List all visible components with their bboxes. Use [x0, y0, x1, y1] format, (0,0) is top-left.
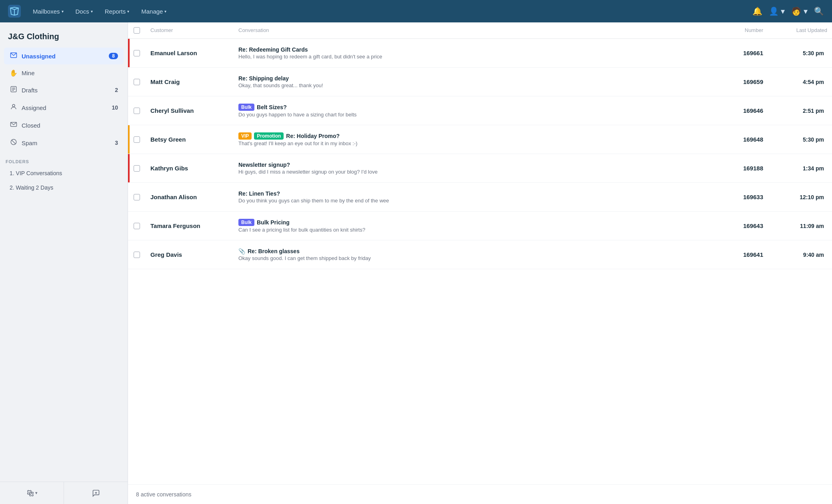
conversation-time: 2:51 pm: [768, 108, 832, 114]
conversation-number: 169188: [720, 165, 768, 172]
person-icon: [10, 103, 18, 112]
row-checkbox[interactable]: [134, 165, 140, 172]
conversation-preview: Do you guys happen to have a sizing char…: [238, 112, 446, 118]
customer-name: Matt Craig: [146, 78, 234, 85]
sidebar-item-label: Drafts: [22, 87, 38, 94]
row-checkbox[interactable]: [134, 194, 140, 200]
sidebar-bottom: ▾: [0, 482, 128, 504]
priority-flag-red: [128, 39, 130, 67]
conversation-preview: Can I see a pricing list for bulk quanti…: [238, 227, 446, 233]
new-conversation-btn[interactable]: [64, 482, 128, 504]
conversation-time: 9:40 am: [768, 252, 832, 258]
priority-flag-red: [128, 154, 130, 182]
folder-waiting-2-days[interactable]: 2. Waiting 2 Days: [4, 181, 124, 194]
conversation-time: 1:34 pm: [768, 165, 832, 172]
select-all-checkbox[interactable]: [134, 27, 140, 34]
sidebar-item-spam[interactable]: Spam 3: [4, 134, 124, 151]
conversation-subject: Re: Redeeming Gift Cards: [238, 46, 715, 53]
table-row[interactable]: Betsy Green VIP Promotion Re: Holiday Pr…: [128, 125, 832, 154]
conversation-cell: Re: Redeeming Gift Cards Hello, I was ho…: [234, 46, 720, 60]
nav-reports[interactable]: Reports ▾: [100, 5, 134, 18]
table-row[interactable]: Cheryl Sullivan Bulk Belt Sizes? Do you …: [128, 96, 832, 125]
conversation-cell: Newsletter signup? Hi guys, did I miss a…: [234, 162, 720, 175]
conversation-subject: Newsletter signup?: [238, 162, 715, 168]
sidebar-item-mine[interactable]: ✋ Mine: [4, 65, 124, 81]
nav-mailboxes[interactable]: Mailboxes ▾: [28, 5, 68, 18]
sidebar-item-unassigned[interactable]: Unassigned 8: [4, 48, 124, 64]
folders-section-label: FOLDERS: [0, 152, 128, 166]
conversation-time: 4:54 pm: [768, 79, 832, 85]
agent-icon[interactable]: 🧑 ▾: [791, 6, 808, 16]
sidebar-brand: J&G Clothing: [0, 22, 128, 48]
priority-flag-orange: [128, 125, 130, 154]
main-layout: J&G Clothing Unassigned 8 ✋ Mine Drafts: [0, 22, 832, 504]
user-avatar-icon[interactable]: 👤 ▾: [769, 6, 785, 16]
chevron-down-icon: ▾: [35, 490, 38, 496]
app-logo[interactable]: [8, 5, 21, 18]
conversation-preview: That's great! I'll keep an eye out for i…: [238, 140, 446, 146]
settings-btn[interactable]: ▾: [0, 482, 64, 504]
customer-name: Kathryn Gibs: [146, 165, 234, 172]
conversation-time: 12:10 pm: [768, 194, 832, 200]
svg-point-9: [12, 104, 15, 107]
sidebar: J&G Clothing Unassigned 8 ✋ Mine Drafts: [0, 22, 128, 504]
sidebar-item-label: Spam: [22, 140, 37, 146]
table-header: Customer Conversation Number Last Update…: [128, 22, 832, 39]
table-row[interactable]: Jonathan Alison Re: Linen Ties? Do you t…: [128, 183, 832, 212]
search-icon[interactable]: 🔍: [814, 6, 824, 16]
topnav-menu: Mailboxes ▾ Docs ▾ Reports ▾ Manage ▾: [28, 5, 752, 18]
customer-name: Emanuel Larson: [146, 50, 234, 56]
nav-manage[interactable]: Manage ▾: [136, 5, 171, 18]
row-checkbox[interactable]: [134, 252, 140, 258]
table-row[interactable]: Emanuel Larson Re: Redeeming Gift Cards …: [128, 39, 832, 68]
customer-name: Tamara Ferguson: [146, 222, 234, 229]
notifications-icon[interactable]: 🔔: [752, 6, 762, 16]
row-checkbox[interactable]: [134, 50, 140, 56]
svg-line-12: [12, 140, 16, 144]
conversation-number: 169661: [720, 50, 768, 56]
nav-docs[interactable]: Docs ▾: [71, 5, 98, 18]
unassigned-badge: 8: [109, 53, 118, 59]
closed-icon: [10, 121, 18, 130]
conversation-time: 5:30 pm: [768, 50, 832, 56]
row-checkbox[interactable]: [134, 79, 140, 85]
table-row[interactable]: Kathryn Gibs Newsletter signup? Hi guys,…: [128, 154, 832, 183]
conversation-number: 169648: [720, 136, 768, 143]
conversation-number: 169646: [720, 107, 768, 114]
chevron-down-icon: ▾: [127, 9, 129, 14]
table-row[interactable]: Matt Craig Re: Shipping delay Okay, that…: [128, 68, 832, 96]
table-row[interactable]: Tamara Ferguson Bulk Bulk Pricing Can I …: [128, 212, 832, 240]
row-checkbox[interactable]: [134, 136, 140, 143]
conversation-time: 5:30 pm: [768, 136, 832, 143]
conversation-preview: Okay, that sounds great... thank you!: [238, 82, 446, 88]
sidebar-item-closed[interactable]: Closed: [4, 117, 124, 134]
bulk-badge: Bulk: [238, 104, 254, 111]
row-checkbox[interactable]: [134, 223, 140, 229]
sidebar-item-drafts[interactable]: Drafts 2: [4, 82, 124, 98]
lastupdated-col-header: Last Updated: [768, 27, 832, 34]
conversation-number: 169641: [720, 251, 768, 258]
conversation-subject: 📎 Re: Broken glasses: [238, 248, 715, 254]
vip-badge: VIP: [238, 132, 252, 140]
conversation-subject: Bulk Bulk Pricing: [238, 219, 715, 226]
sidebar-item-assigned[interactable]: Assigned 10: [4, 99, 124, 116]
sidebar-item-label: Assigned: [22, 104, 46, 111]
conversation-preview: Hi guys, did I miss a newsletter signup …: [238, 169, 446, 175]
conversation-preview: Okay sounds good. I can get them shipped…: [238, 255, 446, 261]
conversation-subject: Re: Shipping delay: [238, 75, 715, 82]
customer-name: Betsy Green: [146, 136, 234, 143]
promotion-badge: Promotion: [254, 132, 284, 140]
folder-vip-conversations[interactable]: 1. VIP Conversations: [4, 166, 124, 180]
row-checkbox[interactable]: [134, 108, 140, 114]
conversation-subject: VIP Promotion Re: Holiday Promo?: [238, 132, 715, 140]
sidebar-folders: 1. VIP Conversations 2. Waiting 2 Days: [0, 166, 128, 195]
conversations-panel: Customer Conversation Number Last Update…: [128, 22, 832, 504]
sidebar-item-label: Unassigned: [22, 53, 56, 60]
sidebar-nav: Unassigned 8 ✋ Mine Drafts 2 As: [0, 48, 128, 152]
chevron-down-icon: ▾: [91, 9, 93, 14]
conversations-table: Customer Conversation Number Last Update…: [128, 22, 832, 484]
spam-count: 3: [115, 140, 118, 146]
topnav-right: 🔔 👤 ▾ 🧑 ▾ 🔍: [752, 6, 824, 16]
chevron-down-icon: ▾: [164, 9, 166, 14]
table-row[interactable]: Greg Davis 📎 Re: Broken glasses Okay sou…: [128, 240, 832, 269]
